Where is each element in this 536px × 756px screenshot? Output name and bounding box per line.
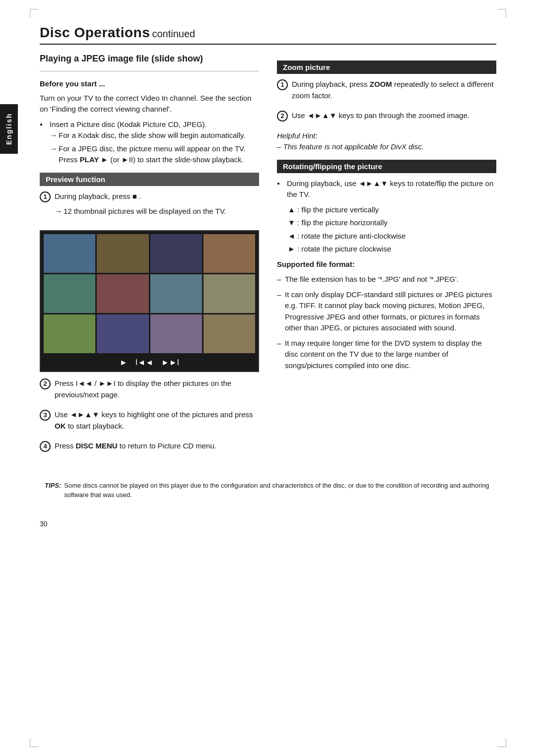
thumbnail-cell	[150, 315, 202, 353]
step-num-1: 1	[40, 191, 51, 202]
file-format-item-2: It can only display DCF-standard still p…	[277, 289, 496, 334]
thumbnail-cell	[150, 274, 202, 313]
section-divider	[40, 71, 259, 71]
page-title-continued: continued	[152, 28, 195, 39]
rotating-bullet-item: During playback, use ◄►▲▼ keys to rotate…	[277, 178, 496, 200]
thumbnail-cell	[97, 234, 148, 273]
step-3: 3 Use ◄►▲▼ keys to highlight one of the …	[40, 409, 259, 436]
helpful-hint: Helpful Hint: – This feature is not appl…	[277, 130, 496, 153]
flip-horizontally-item: ▼ : flip the picture horizontally	[277, 217, 496, 229]
rotate-anti-item: ◄ : rotate the picture anti-clockwise	[277, 231, 496, 242]
arrow-item: For a JPEG disc, the picture menu will a…	[50, 143, 259, 166]
corner-mark-br	[497, 738, 506, 747]
arrow-item: For a Kodak disc, the slide show will be…	[50, 130, 259, 141]
corner-mark-tl	[30, 9, 39, 18]
section-heading: Playing a JPEG image file (slide show)	[40, 54, 259, 64]
left-column: Playing a JPEG image file (slide show) B…	[40, 54, 259, 461]
page: English Disc Operations continued Playin…	[0, 0, 536, 756]
play-arrow-symbol: ►	[101, 155, 108, 164]
supported-heading: Supported file format:	[277, 259, 496, 270]
thumbnail-controls: ► I◄◄ ►►I	[44, 356, 255, 368]
thumbnail-cell	[203, 234, 255, 273]
step-1: 1 During playback, press ■ . 12 thumbnai…	[40, 191, 259, 219]
thumbnail-cell	[44, 315, 95, 353]
right-column: Zoom picture 1 During playback, press ZO…	[277, 54, 496, 461]
helpful-hint-label: Helpful Hint:	[277, 131, 318, 140]
page-content: Disc Operations continued Playing a JPEG…	[40, 15, 496, 528]
helpful-hint-text: – This feature is not applicable for Div…	[277, 142, 424, 151]
english-tab: English	[0, 104, 18, 154]
thumbnail-cell	[203, 274, 255, 313]
play-button-icon: ►	[120, 358, 128, 367]
page-title: Disc Operations	[40, 25, 150, 40]
zoom-step-2: 2 Use ◄►▲▼ keys to pan through the zoome…	[277, 110, 496, 126]
zoom-step-num-2: 2	[277, 111, 288, 122]
zoom-step-1-text: During playback, press ZOOM repeatedly t…	[292, 79, 496, 101]
rotate-clock-item: ► : rotate the picture clockwise	[277, 244, 496, 255]
step-num-4: 4	[40, 441, 51, 452]
zoom-step-2-text: Use ◄►▲▼ keys to pan through the zoomed …	[292, 110, 496, 122]
step-4-content: Press DISC MENU to return to Picture CD …	[55, 441, 259, 456]
thumbnail-cell	[203, 315, 255, 353]
prev-button-icon: I◄◄	[135, 358, 153, 367]
thumbnail-cell	[97, 274, 148, 313]
before-you-start-label: Before you start ...	[40, 78, 259, 90]
step-3-text: Use ◄►▲▼ keys to highlight one of the pi…	[55, 409, 259, 432]
file-format-item-3: It may require longer time for the DVD s…	[277, 338, 496, 372]
corner-mark-tr	[497, 9, 506, 18]
zoom-step-num-1: 1	[277, 79, 288, 90]
rotating-bullet-list: During playback, use ◄►▲▼ keys to rotate…	[277, 178, 496, 200]
step-1-text: During playback, press ■ .	[55, 191, 259, 202]
two-column-layout: Playing a JPEG image file (slide show) B…	[40, 54, 496, 461]
step-num-2: 2	[40, 378, 51, 389]
zoom-bold: ZOOM	[370, 80, 392, 88]
thumbnail-grid	[44, 234, 255, 354]
zoom-step-1: 1 During playback, press ZOOM repeatedly…	[277, 79, 496, 105]
rotating-heading: Rotating/flipping the picture	[277, 160, 496, 173]
next-button-icon: ►►I	[161, 358, 179, 367]
flip-list: ▲ : flip the picture vertically ▼ : flip…	[277, 204, 496, 255]
page-title-area: Disc Operations continued	[40, 25, 496, 45]
step-4-text: Press DISC MENU to return to Picture CD …	[55, 441, 259, 452]
thumbnail-grid-wrapper: ► I◄◄ ►►I	[40, 230, 259, 373]
step-3-bold: OK	[55, 422, 66, 430]
bullet-list: Insert a Picture disc (Kodak Picture CD,…	[40, 119, 259, 166]
thumbnail-cell	[44, 274, 95, 313]
thumbnail-cell	[150, 234, 202, 273]
preview-function-heading: Preview function	[40, 173, 259, 186]
step-2-text: Press I◄◄ / ►►I to display the other pic…	[55, 378, 259, 400]
tips-text: Some discs cannot be played on this play…	[64, 481, 491, 500]
thumbnail-cell	[44, 234, 95, 273]
step-3-content: Use ◄►▲▼ keys to highlight one of the pi…	[55, 409, 259, 436]
file-format-item-1: The file extension has to be '*.JPG' and…	[277, 274, 496, 285]
tips-label: TIPS:	[45, 481, 61, 500]
zoom-step-1-content: During playback, press ZOOM repeatedly t…	[292, 79, 496, 105]
step-1-arrow: 12 thumbnail pictures will be displayed …	[55, 206, 259, 217]
tips-footer: TIPS: Some discs cannot be played on thi…	[40, 481, 496, 500]
page-number: 30	[40, 520, 496, 528]
step-4-bold: DISC MENU	[76, 441, 118, 450]
step-2: 2 Press I◄◄ / ►►I to display the other p…	[40, 378, 259, 404]
zoom-picture-heading: Zoom picture	[277, 61, 496, 74]
step-num-3: 3	[40, 410, 51, 421]
zoom-step-2-content: Use ◄►▲▼ keys to pan through the zoomed …	[292, 110, 496, 126]
list-item: Insert a Picture disc (Kodak Picture CD,…	[40, 119, 259, 166]
step-1-content: During playback, press ■ . 12 thumbnail …	[55, 191, 259, 219]
corner-mark-bl	[30, 738, 39, 747]
before-you-start-text: Turn on your TV to the correct Video In …	[40, 93, 259, 115]
thumbnail-cell	[97, 315, 148, 353]
flip-vertically-item: ▲ : flip the picture vertically	[277, 204, 496, 216]
step-4: 4 Press DISC MENU to return to Picture C…	[40, 441, 259, 456]
step-2-content: Press I◄◄ / ►►I to display the other pic…	[55, 378, 259, 404]
